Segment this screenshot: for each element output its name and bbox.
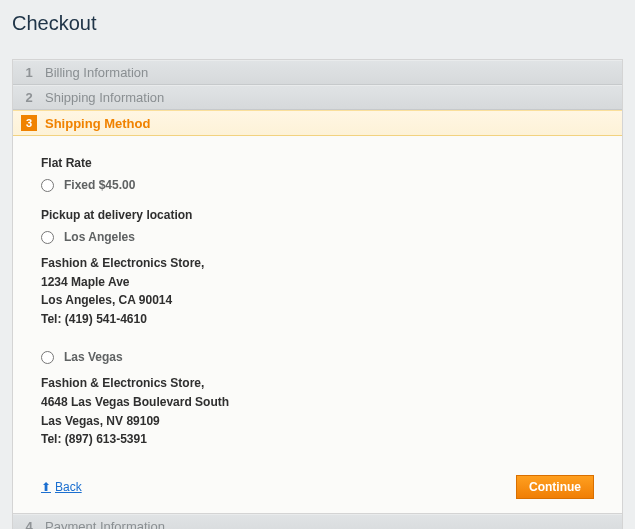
pickup-la-label: Los Angeles [64, 230, 135, 244]
addr-line: 4648 Las Vegas Boulevard South [41, 393, 594, 412]
pickup-lv-row[interactable]: Las Vegas [41, 350, 594, 364]
flat-rate-option-row[interactable]: Fixed $45.00 [41, 178, 594, 192]
back-link[interactable]: ⬆ Back [41, 480, 82, 494]
step-payment-num: 4 [21, 519, 37, 529]
addr-line: Fashion & Electronics Store, [41, 254, 594, 273]
step-billing-num: 1 [21, 65, 37, 80]
addr-line: Fashion & Electronics Store, [41, 374, 594, 393]
step-method-header[interactable]: 3 Shipping Method [13, 110, 622, 136]
addr-line: 1234 Maple Ave [41, 273, 594, 292]
step-payment-header[interactable]: 4 Payment Information [13, 514, 622, 529]
step-billing-title: Billing Information [45, 65, 148, 80]
pickup-heading: Pickup at delivery location [41, 208, 594, 222]
back-link-label: Back [55, 480, 82, 494]
pickup-lv-radio[interactable] [41, 351, 54, 364]
arrow-up-icon: ⬆ [41, 480, 51, 494]
step-payment-title: Payment Information [45, 519, 165, 529]
step-footer: ⬆ Back Continue [41, 475, 594, 499]
checkout-steps: 1 Billing Information 2 Shipping Informa… [12, 59, 623, 529]
pickup-la-radio[interactable] [41, 231, 54, 244]
addr-line: Los Angeles, CA 90014 [41, 291, 594, 310]
step-shipping-title: Shipping Information [45, 90, 164, 105]
addr-line: Tel: (419) 541-4610 [41, 310, 594, 329]
continue-button[interactable]: Continue [516, 475, 594, 499]
flat-rate-label: Fixed $45.00 [64, 178, 135, 192]
flat-rate-heading: Flat Rate [41, 156, 594, 170]
pickup-la-address: Fashion & Electronics Store, 1234 Maple … [41, 254, 594, 328]
pickup-lv-label: Las Vegas [64, 350, 123, 364]
addr-line: Las Vegas, NV 89109 [41, 412, 594, 431]
step-method-num: 3 [21, 115, 37, 131]
pickup-la-row[interactable]: Los Angeles [41, 230, 594, 244]
flat-rate-radio[interactable] [41, 179, 54, 192]
addr-line: Tel: (897) 613-5391 [41, 430, 594, 449]
pickup-lv-address: Fashion & Electronics Store, 4648 Las Ve… [41, 374, 594, 448]
step-billing-header[interactable]: 1 Billing Information [13, 60, 622, 85]
step-shipping-header[interactable]: 2 Shipping Information [13, 85, 622, 110]
step-method-title: Shipping Method [45, 116, 150, 131]
step-method-body: Flat Rate Fixed $45.00 Pickup at deliver… [13, 136, 622, 514]
page-title: Checkout [12, 10, 623, 35]
step-shipping-num: 2 [21, 90, 37, 105]
